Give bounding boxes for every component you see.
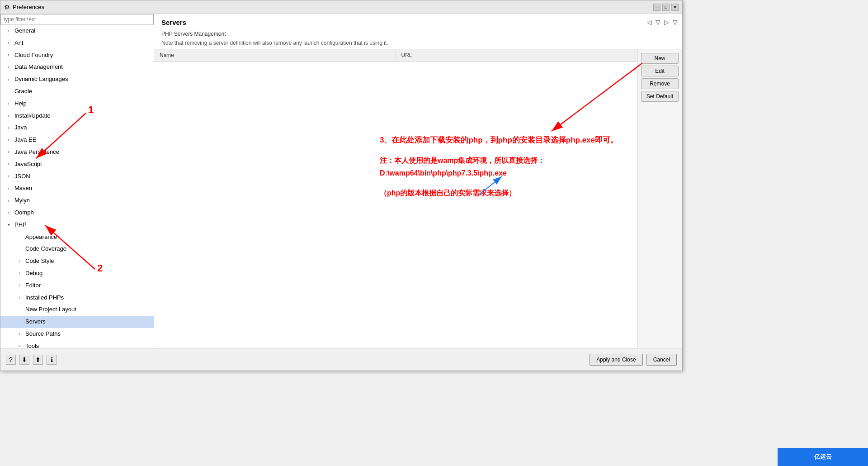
window-icon: ⚙	[4, 4, 10, 11]
panel-subtitle: PHP Servers Management	[161, 31, 675, 37]
sidebar-item-php-tools[interactable]: ›Tools	[0, 340, 154, 348]
sidebar-item-php-editor[interactable]: ›Editor	[0, 280, 154, 292]
php-tools-arrow-icon: ›	[19, 342, 24, 348]
import-icon[interactable]: ⬇	[19, 355, 29, 365]
java-ee-label: Java EE	[14, 135, 36, 145]
php-appearance-label: Appearance	[25, 233, 57, 242]
sidebar-item-php-appearance[interactable]: Appearance	[0, 231, 154, 243]
filter-input[interactable]	[0, 14, 154, 25]
maven-label: Maven	[14, 184, 32, 193]
maximize-button[interactable]: □	[662, 4, 670, 11]
javascript-label: JavaScript	[14, 160, 42, 169]
json-label: JSON	[14, 172, 30, 181]
sidebar-item-php-servers[interactable]: Servers	[0, 316, 154, 328]
bottom-bar: ? ⬇ ⬆ ℹ Apply and Close Cancel	[0, 348, 682, 371]
panel-toolbar: ◁ ▽ ▷ ▽	[646, 18, 679, 27]
main-content: ›General›Ant›Cloud Foundry›Data Manageme…	[0, 14, 682, 348]
sidebar-item-java-ee[interactable]: ›Java EE	[0, 134, 154, 146]
php-code-style-arrow-icon: ›	[19, 258, 24, 265]
dropdown2-icon[interactable]: ▽	[672, 18, 679, 27]
php-debug-arrow-icon: ›	[19, 270, 24, 277]
action-buttons: New Edit Remove Set Default	[637, 49, 682, 348]
sidebar-item-ant[interactable]: ›Ant	[0, 37, 154, 49]
sidebar-item-mylyn[interactable]: ›Mylyn	[0, 195, 154, 207]
apply-close-button[interactable]: Apply and Close	[590, 354, 642, 366]
php-label: PHP	[14, 220, 27, 230]
sidebar-item-php-installed-phps[interactable]: ›Installed PHPs	[0, 292, 154, 304]
remove-button[interactable]: Remove	[641, 78, 679, 89]
main-panel: Servers ◁ ▽ ▷ ▽ PHP Servers Management N…	[154, 14, 682, 348]
sidebar: ›General›Ant›Cloud Foundry›Data Manageme…	[0, 14, 154, 348]
close-button[interactable]: ✕	[671, 4, 679, 11]
export-icon[interactable]: ⬆	[33, 355, 43, 365]
bottom-right-buttons: Apply and Close Cancel	[590, 354, 677, 366]
sidebar-item-php-source-paths[interactable]: ›Source Paths	[0, 328, 154, 340]
maven-arrow-icon: ›	[8, 185, 13, 192]
data-management-label: Data Management	[14, 62, 63, 72]
panel-title: Servers	[161, 19, 675, 26]
info-icon[interactable]: ℹ	[47, 355, 57, 365]
java-label: Java	[14, 123, 27, 133]
table-container: Name URL	[154, 49, 637, 348]
sidebar-item-oomph[interactable]: ›Oomph	[0, 207, 154, 219]
table-body[interactable]	[154, 62, 637, 347]
sidebar-item-php-debug[interactable]: ›Debug	[0, 267, 154, 280]
java-arrow-icon: ›	[8, 124, 13, 132]
general-arrow-icon: ›	[8, 27, 13, 34]
php-arrow-icon: ▾	[8, 221, 13, 228]
minimize-button[interactable]: ─	[653, 4, 660, 11]
dynamic-languages-label: Dynamic Languages	[14, 75, 68, 84]
php-code-style-label: Code Style	[25, 257, 54, 266]
help-label: Help	[14, 99, 27, 109]
help-arrow-icon: ›	[8, 100, 13, 107]
sidebar-item-java[interactable]: ›Java	[0, 122, 154, 134]
sidebar-item-cloud-foundry[interactable]: ›Cloud Foundry	[0, 49, 154, 62]
cloud-foundry-arrow-icon: ›	[8, 52, 13, 59]
php-source-paths-arrow-icon: ›	[19, 330, 24, 338]
sidebar-item-java-persistence[interactable]: ›Java Persistence	[0, 146, 154, 158]
oomph-arrow-icon: ›	[8, 209, 13, 216]
php-installed-phps-label: Installed PHPs	[25, 293, 64, 303]
set-default-button[interactable]: Set Default	[641, 91, 679, 102]
ant-label: Ant	[14, 38, 24, 48]
sidebar-item-help[interactable]: ›Help	[0, 98, 154, 110]
php-code-coverage-label: Code Coverage	[25, 244, 66, 254]
dynamic-languages-arrow-icon: ›	[8, 76, 13, 83]
php-source-paths-label: Source Paths	[25, 329, 61, 339]
sidebar-item-gradle[interactable]: Gradle	[0, 86, 154, 98]
ant-arrow-icon: ›	[8, 39, 13, 47]
json-arrow-icon: ›	[8, 173, 13, 180]
edit-button[interactable]: Edit	[641, 66, 679, 76]
install-update-label: Install/Update	[14, 111, 51, 121]
dropdown-icon[interactable]: ▽	[655, 18, 661, 27]
general-label: General	[14, 26, 35, 36]
panel-note: Note that removing a server definition w…	[161, 40, 675, 46]
sidebar-item-maven[interactable]: ›Maven	[0, 182, 154, 195]
taskbar-item: 亿运云	[778, 448, 868, 466]
sidebar-item-php-new-project-layout[interactable]: New Project Layout	[0, 304, 154, 316]
sidebar-item-php-code-coverage[interactable]: Code Coverage	[0, 243, 154, 255]
php-servers-label: Servers	[25, 317, 46, 327]
table-header: Name URL	[154, 49, 637, 62]
sidebar-item-javascript[interactable]: ›JavaScript	[0, 158, 154, 171]
help-icon[interactable]: ?	[6, 355, 16, 365]
sidebar-item-json[interactable]: ›JSON	[0, 171, 154, 183]
php-installed-phps-arrow-icon: ›	[19, 294, 24, 301]
new-button[interactable]: New	[641, 53, 679, 64]
oomph-label: Oomph	[14, 208, 34, 218]
java-ee-arrow-icon: ›	[8, 137, 13, 144]
sidebar-item-dynamic-languages[interactable]: ›Dynamic Languages	[0, 73, 154, 86]
sidebar-item-php-code-style[interactable]: ›Code Style	[0, 255, 154, 267]
php-editor-label: Editor	[25, 281, 41, 290]
bottom-left-icons: ? ⬇ ⬆ ℹ	[6, 355, 57, 365]
php-debug-label: Debug	[25, 269, 42, 278]
sidebar-item-data-management[interactable]: ›Data Management	[0, 61, 154, 73]
sidebar-item-general[interactable]: ›General	[0, 25, 154, 37]
forward-icon[interactable]: ▷	[663, 18, 670, 27]
sidebar-item-install-update[interactable]: ›Install/Update	[0, 110, 154, 122]
java-persistence-arrow-icon: ›	[8, 148, 13, 156]
back-icon[interactable]: ◁	[646, 18, 653, 27]
sidebar-item-php[interactable]: ▾PHP	[0, 219, 154, 231]
window-title: Preferences	[13, 4, 44, 10]
cancel-button[interactable]: Cancel	[646, 354, 677, 366]
